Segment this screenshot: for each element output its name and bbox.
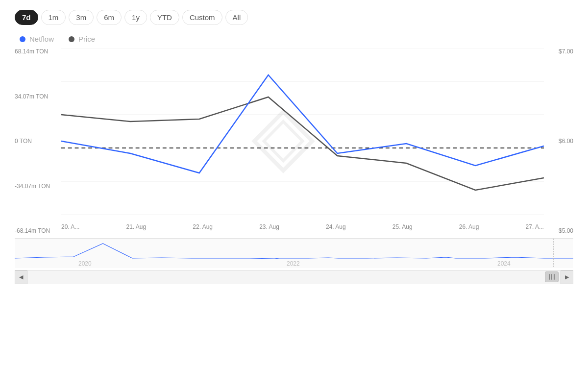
x-label: 24. Aug (326, 223, 346, 230)
legend-dot-netflow (20, 36, 25, 42)
y-left-label: 34.07m TON (15, 93, 50, 100)
y-left-label: 68.14m TON (15, 48, 50, 55)
time-btn-ytd[interactable]: YTD (150, 10, 179, 25)
legend-item-price: Price (69, 35, 95, 43)
legend-item-netflow: Netflow (20, 35, 54, 43)
y-left-label: -34.07m TON (15, 183, 50, 190)
scroll-right-button[interactable]: ▶ (561, 270, 573, 284)
x-label: 25. Aug (392, 223, 413, 230)
svg-text:2020: 2020 (78, 260, 92, 267)
y-left-label: -68.14m TON (15, 227, 50, 234)
legend-dot-price (69, 36, 74, 42)
main-chart-svg (61, 48, 544, 215)
time-btn-3m[interactable]: 3m (69, 10, 94, 25)
chart-svg-area (61, 48, 544, 215)
legend: NetflowPrice (20, 35, 573, 43)
y-right-label: $7.00 (559, 48, 573, 55)
x-axis: 20. A...21. Aug22. Aug23. Aug24. Aug25. … (61, 220, 544, 234)
x-label: 23. Aug (259, 223, 279, 230)
navigator-area: 2020 2022 2024 ◀ ▶ (15, 238, 573, 282)
watermark-shape (254, 112, 312, 171)
x-label: 21. Aug (126, 223, 146, 230)
navigator-svg: 2020 2022 2024 (15, 239, 573, 268)
x-label: 27. A... (526, 223, 544, 230)
chart-wrapper: 68.14m TON34.07m TON0 TON-34.07m TON-68.… (15, 48, 573, 254)
time-btn-6m[interactable]: 6m (97, 10, 122, 25)
time-range-bar: 7d1m3m6m1yYTDCustomAll (15, 10, 573, 25)
y-right-label: $6.00 (559, 138, 573, 145)
time-btn-custom[interactable]: Custom (182, 10, 222, 25)
time-btn-1y[interactable]: 1y (124, 10, 147, 25)
time-btn-1m[interactable]: 1m (41, 10, 66, 25)
chart-main: 68.14m TON34.07m TON0 TON-34.07m TON-68.… (15, 48, 573, 234)
y-left-label: 0 TON (15, 138, 50, 145)
x-label: 20. A... (61, 223, 79, 230)
x-label: 26. Aug (459, 223, 479, 230)
scrollbar-area: ◀ ▶ (15, 270, 573, 284)
scroll-thumb[interactable] (545, 271, 559, 282)
svg-text:2022: 2022 (287, 260, 300, 267)
svg-text:2024: 2024 (497, 260, 511, 267)
legend-label-price: Price (78, 35, 95, 43)
scroll-left-button[interactable]: ◀ (15, 270, 27, 284)
x-label: 22. Aug (193, 223, 213, 230)
time-btn-all[interactable]: All (225, 10, 248, 25)
y-right-label: $5.00 (559, 227, 573, 234)
y-axis-right: $7.00$6.00$5.00 (555, 48, 573, 234)
time-btn-7d[interactable]: 7d (15, 10, 38, 25)
y-axis-left: 68.14m TON34.07m TON0 TON-34.07m TON-68.… (15, 48, 54, 234)
dashboard-container: 7d1m3m6m1yYTDCustomAll NetflowPrice 68.1… (0, 0, 588, 392)
legend-label-netflow: Netflow (29, 35, 54, 43)
scroll-track[interactable] (27, 270, 561, 284)
